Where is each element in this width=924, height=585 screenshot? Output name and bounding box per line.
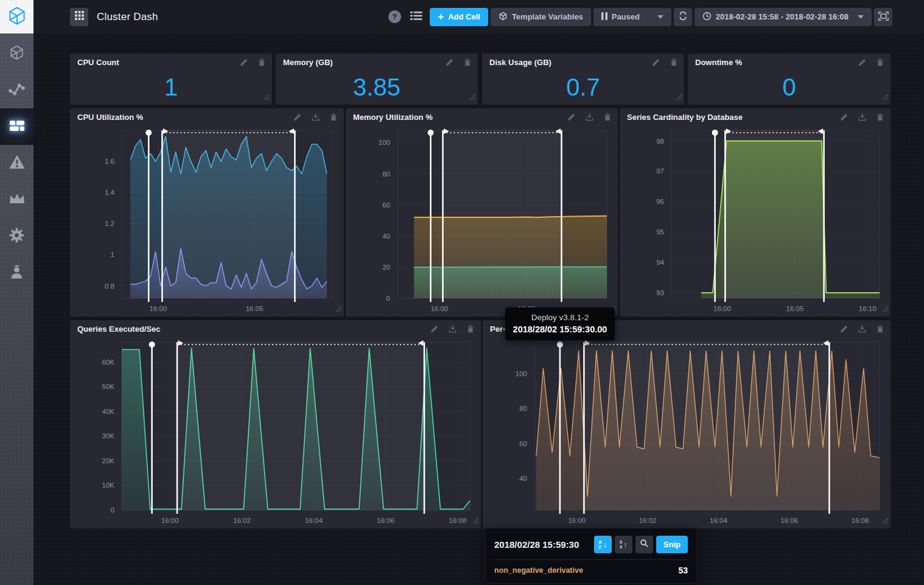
svg-text:97: 97 [656,167,664,175]
download-icon[interactable] [311,113,320,122]
svg-text:80: 80 [382,170,390,178]
svg-text:0: 0 [111,506,114,514]
trash-icon[interactable] [876,58,884,67]
chart-cpu-utilization[interactable]: 0.811.21.41.616:0016:05 [70,125,344,317]
sidebar-item-dashboards[interactable] [0,108,33,145]
dashboard-grid: CPU Count 1 Memory (GB) 3.85 Disk Usage … [33,33,924,585]
autorefresh-dropdown[interactable]: Paused [593,8,671,26]
svg-text:16:08: 16:08 [852,517,869,524]
edit-pencil-icon[interactable] [839,113,849,122]
presentation-mode-button[interactable] [874,8,892,26]
dashboards-icon [9,118,26,135]
cell-title: Memory Utilization % [353,113,433,122]
edit-pencil-icon[interactable] [858,58,867,67]
edit-pencil-icon[interactable] [293,113,302,122]
sidebar-nav [0,35,33,291]
cell-drag-handle[interactable]: CPU Utilization % [70,108,344,125]
sort-numeric-icon: 09 [620,540,622,549]
edit-pencil-icon[interactable] [430,324,439,334]
chart-memory-utilization[interactable]: 02040608010016:0016:05 [346,125,618,317]
cell-cpu-utilization: CPU Utilization % 0.811.21.41.616:0016:0… [70,108,344,317]
edit-pencil-icon[interactable] [239,58,248,67]
svg-text:50K: 50K [102,383,115,390]
trash-icon[interactable] [466,324,475,334]
sidebar-item-data-explorer[interactable] [0,72,33,108]
trash-icon[interactable] [257,58,266,67]
chart-series-cardinality[interactable]: 93949596979816:0016:0516:10 [620,125,891,317]
clock-icon [702,12,712,23]
download-icon[interactable] [585,113,594,122]
annotations-button[interactable] [408,9,425,26]
trash-icon[interactable] [463,58,472,67]
svg-text:10K: 10K [102,482,115,489]
cell-memory-gb: Memory (GB) 3.85 [276,54,478,105]
resize-handle[interactable] [468,92,476,103]
top-toolbar: Cluster Dash ? + Add Cell [33,0,924,33]
cell-title: CPU Utilization % [77,113,143,122]
cell-drag-handle[interactable]: Downtime % [688,54,891,71]
svg-text:0: 0 [387,295,390,302]
cell-drag-handle[interactable]: Memory (GB) [276,54,478,71]
trash-icon[interactable] [603,113,612,122]
add-cell-button[interactable]: + Add Cell [430,8,488,26]
resize-handle[interactable] [881,516,889,527]
resize-handle[interactable] [674,92,682,103]
sidebar-item-admin[interactable] [0,181,33,218]
cell-drag-handle[interactable]: Memory Utilization % [346,108,618,125]
trash-icon[interactable] [876,113,884,122]
single-stat-value: 3.85 [276,73,478,101]
paused-label: Paused [612,12,640,21]
trash-icon[interactable] [876,324,884,334]
download-icon[interactable] [448,324,457,334]
chronograf-logo[interactable] [0,0,33,33]
svg-text:40K: 40K [102,408,115,415]
legend-series-row[interactable]: non_negative_derivative 53 [494,566,688,575]
cell-drag-handle[interactable]: Disk Usage (GB) [482,54,684,71]
sidebar-item-configuration[interactable] [0,218,33,254]
svg-text:94: 94 [656,259,664,266]
annotation-list-icon [410,11,422,23]
resize-handle[interactable] [262,92,270,103]
chevron-down-icon [858,15,864,19]
chevron-down-icon [657,15,663,19]
single-stat-value: 0 [688,73,891,101]
trash-icon[interactable] [670,58,678,67]
edit-pencil-icon[interactable] [651,58,660,67]
svg-text:1.4: 1.4 [105,189,115,196]
svg-text:16:02: 16:02 [233,517,251,524]
chart-queries-executed[interactable]: 010K20K30K40K50K60K16:0016:0216:0416:061… [70,337,481,528]
svg-text:16:04: 16:04 [710,517,727,524]
gear-icon [9,227,25,246]
download-icon[interactable] [858,113,867,122]
dashboard-switcher-button[interactable] [70,8,88,26]
edit-pencil-icon[interactable] [445,58,454,67]
svg-text:20: 20 [382,264,390,271]
template-variables-button[interactable]: Template Variables [491,8,591,26]
cell-drag-handle[interactable]: Series Cardinality by Database [620,108,891,125]
time-range-dropdown[interactable]: 2018-02-28 15:58 - 2018-02-28 16:08 [695,8,872,26]
sort-numeric-button[interactable]: 09 ↑ [615,536,632,553]
resize-handle[interactable] [471,516,479,527]
resize-handle[interactable] [881,92,889,103]
snip-button[interactable]: Snip [656,536,688,553]
trash-icon[interactable] [329,113,338,122]
svg-text:40: 40 [382,233,390,240]
sort-alpha-button[interactable]: AZ ↓ [594,536,612,553]
refresh-icon [678,11,688,23]
sidebar-item-host-list[interactable] [0,35,33,72]
edit-pencil-icon[interactable] [839,324,849,334]
cell-drag-handle[interactable]: Queries Executed/Sec [70,320,481,337]
filter-series-button[interactable] [635,536,653,553]
resize-handle[interactable] [881,304,889,315]
refresh-button[interactable] [674,8,692,26]
cell-drag-handle[interactable]: CPU Count [70,54,272,71]
svg-text:96: 96 [656,198,664,205]
svg-text:0.8: 0.8 [105,282,114,290]
resize-handle[interactable] [334,304,342,315]
chart-per[interactable]: 40608010016:0016:0216:0416:0616:08 [483,337,891,528]
sidebar-item-alerts[interactable] [0,145,33,181]
edit-pencil-icon[interactable] [567,113,576,122]
help-button[interactable]: ? [386,9,403,26]
sidebar-item-admin-user[interactable] [0,254,33,291]
download-icon[interactable] [858,324,867,334]
